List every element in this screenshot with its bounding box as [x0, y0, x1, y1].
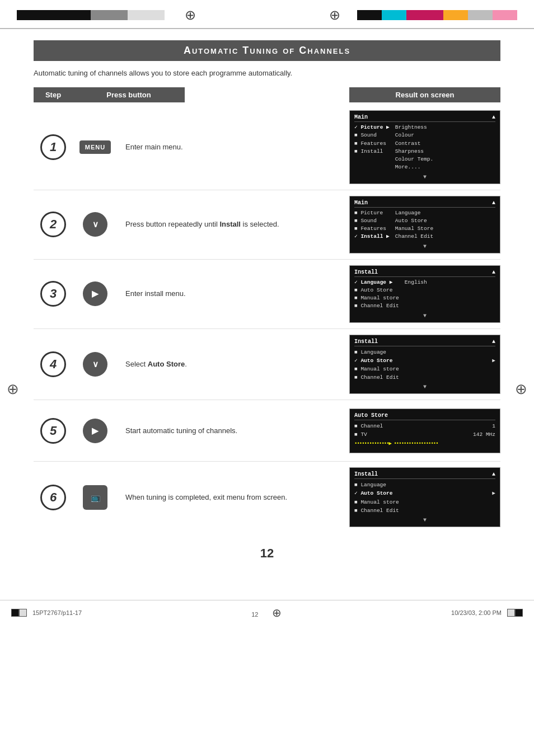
step-desc-3: Enter install menu. — [118, 288, 349, 299]
left-color-strip: ⊕ — [17, 7, 213, 23]
step-btn-5: ▶ — [73, 419, 118, 443]
step-desc-4: Select Auto Store. — [118, 359, 349, 370]
steps-container: 1 MENU Enter main menu. Main ▲ ✓ Picture… — [34, 105, 500, 533]
strip-8 — [103, 10, 115, 20]
step-desc-6: When tuning is completed, exit menu from… — [118, 492, 349, 503]
step-num-6: 6 — [34, 485, 73, 510]
strip-9 — [115, 10, 128, 20]
step-num-1: 1 — [34, 134, 73, 160]
step-desc-1: Enter main menu. — [118, 142, 349, 153]
step-btn-2: ∨ — [73, 212, 118, 237]
right-margin-crosshair: ⊕ — [515, 381, 527, 398]
strip-4 — [54, 10, 66, 20]
screen-5: Auto Store ■ Channel 1 ■ TV 142 MHz ••••… — [349, 408, 500, 453]
step-btn-1: MENU — [73, 140, 118, 154]
strip-6 — [78, 10, 91, 20]
step-num-5: 5 — [34, 418, 73, 444]
strip-2 — [29, 10, 41, 20]
bottom-crosshair: ⊕ — [272, 607, 282, 619]
file-ref: 15PT2767/p11-17 — [32, 609, 82, 616]
step-num-3: 3 — [34, 281, 73, 307]
rstrip-pink2 — [505, 10, 517, 20]
page-title: Automatic Tuning of Channels — [45, 45, 489, 57]
progress-bar: ••••••••••••••▶ •••••••••••••••••• — [354, 440, 495, 448]
strip-5 — [66, 10, 78, 20]
step-row-3: 3 ▶ Enter install menu. Install ▲ ✓ Lang… — [34, 260, 500, 329]
strip-11 — [140, 10, 152, 20]
step-result-1: Main ▲ ✓ Picture ▶ ■ Sound ■ Features ■ … — [349, 110, 500, 184]
center-crosshair-right: ⊕ — [329, 7, 340, 23]
rstrip-lgray — [468, 10, 480, 20]
rstrip-pink — [493, 10, 505, 20]
screen-6: Install ▲ ■ Language ✓ Auto Store ▶ ■ Ma… — [349, 467, 500, 527]
rstrip-lgray2 — [480, 10, 493, 20]
step-row-1: 1 MENU Enter main menu. Main ▲ ✓ Picture… — [34, 105, 500, 190]
center-crosshair-left: ⊕ — [185, 7, 196, 23]
menu-button[interactable]: MENU — [79, 140, 111, 154]
step-desc-5: Start automatic tuning of channels. — [118, 425, 349, 436]
header-step: Step — [34, 87, 73, 102]
right-button-1[interactable]: ▶ — [83, 281, 107, 306]
step-row-2: 2 ∨ Press button repeatedly until Instal… — [34, 190, 500, 260]
step-btn-4: ∨ — [73, 352, 118, 377]
header-press: Press button — [73, 87, 185, 102]
bottom-page-ref: 12 — [251, 611, 258, 618]
step-result-3: Install ▲ ✓ Language ▶ ■ Auto Store ■ Ma… — [349, 265, 500, 323]
right-button-2[interactable]: ▶ — [83, 419, 107, 443]
rstrip-magenta — [406, 10, 419, 20]
date-ref: 10/23/03, 2:00 PM — [451, 609, 502, 616]
rstrip-1 — [357, 10, 369, 20]
strip-12 — [152, 10, 165, 20]
step-row-6: 6 📺 When tuning is completed, exit menu … — [34, 462, 500, 533]
main-content: Automatic Tuning of Channels Automatic t… — [0, 29, 534, 589]
screen-2: Main ▲ ■ Picture ■ Sound ■ Features ✓ In… — [349, 196, 500, 253]
down-button[interactable]: ∨ — [83, 212, 107, 237]
strip-7 — [91, 10, 103, 20]
rstrip-yellow — [443, 10, 456, 20]
bottom-bar: 15PT2767/p11-17 12 ⊕ 10/23/03, 2:00 PM — [0, 600, 534, 625]
rstrip-magenta2 — [419, 10, 431, 20]
step-result-2: Main ▲ ■ Picture ■ Sound ■ Features ✓ In… — [349, 196, 500, 253]
rstrip-2 — [369, 10, 382, 20]
left-margin-crosshair: ⊕ — [7, 381, 19, 398]
header-result: Result on screen — [349, 87, 500, 102]
page-number: 12 — [34, 546, 500, 561]
screen-1: Main ▲ ✓ Picture ▶ ■ Sound ■ Features ■ … — [349, 110, 500, 184]
rstrip-yellow2 — [456, 10, 468, 20]
strip-1 — [17, 10, 29, 20]
screen-4: Install ▲ ■ Language ✓ Auto Store ▶ ■ Ma… — [349, 335, 500, 395]
bottom-right-strips — [507, 609, 523, 617]
rstrip-cyan — [382, 10, 394, 20]
bottom-left: 15PT2767/p11-17 — [11, 609, 82, 617]
step-row-4: 4 ∨ Select Auto Store. Install ▲ ■ Langu… — [34, 329, 500, 401]
screen-3: Install ▲ ✓ Language ▶ ■ Auto Store ■ Ma… — [349, 265, 500, 323]
step-btn-6: 📺 — [73, 485, 118, 510]
step-num-2: 2 — [34, 212, 73, 237]
steps-header: Step Press button Result on screen — [34, 87, 500, 102]
page-subtitle: Automatic tuning of channels allows you … — [34, 69, 500, 77]
step-result-5: Auto Store ■ Channel 1 ■ TV 142 MHz ••••… — [349, 408, 500, 453]
page-title-box: Automatic Tuning of Channels — [34, 40, 500, 61]
bottom-right: 10/23/03, 2:00 PM — [451, 609, 523, 617]
tv-button[interactable]: 📺 — [83, 485, 107, 510]
rstrip-magenta3 — [431, 10, 443, 20]
step-btn-3: ▶ — [73, 281, 118, 306]
strip-10 — [128, 10, 140, 20]
step-result-6: Install ▲ ■ Language ✓ Auto Store ▶ ■ Ma… — [349, 467, 500, 527]
bottom-center: 12 ⊕ — [251, 606, 282, 619]
strip-3 — [41, 10, 54, 20]
step-num-4: 4 — [34, 351, 73, 377]
right-color-strip: ⊕ — [312, 7, 517, 23]
top-decorative-section: ⊕ ⊕ — [0, 0, 534, 29]
bottom-left-strips — [11, 609, 27, 617]
down-button-2[interactable]: ∨ — [83, 352, 107, 377]
step-result-4: Install ▲ ■ Language ✓ Auto Store ▶ ■ Ma… — [349, 335, 500, 395]
step-row-5: 5 ▶ Start automatic tuning of channels. … — [34, 400, 500, 462]
step-desc-2: Press button repeatedly until Install is… — [118, 219, 349, 230]
rstrip-cyan2 — [394, 10, 406, 20]
